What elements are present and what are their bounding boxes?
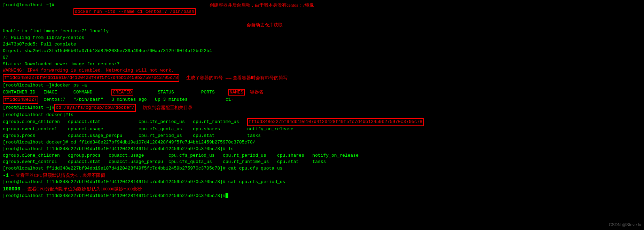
annotation-period: 查看CPU分配周期单位为微妙 默认为100000微妙=100毫秒: [28, 186, 142, 192]
ls2-row-1: cgroup.clone_children cgroup.procs cpuac…: [3, 153, 641, 159]
line-4: 2d473b07cdd5: Pull complete: [3, 41, 641, 48]
period-value: 100000: [3, 186, 20, 192]
arrow-23: ←: [11, 172, 14, 179]
cmd-10: docker ps -a: [54, 82, 87, 89]
ls-row-3: cgroup.procs cpuacct.usage_percpu cpu.rt…: [3, 133, 641, 139]
line-10: [root@localhost ~]# docker ps -a: [3, 82, 641, 89]
line-3: 7: Pulling from library/centos: [3, 35, 641, 41]
container-id-box: ff1dd348e227bf94db19e107d4120428f49f5fc7…: [3, 74, 179, 82]
annotation-line1: 创建容器并后台启动，由于我本身没有centos：7镜像: [210, 2, 314, 9]
line-8-warning: WARNING: IPv4 forwarding is disabled. Ne…: [3, 67, 641, 74]
annotation-id: 生成了容器的ID号: [186, 75, 223, 81]
line-2: Unable to find image 'centos:7' locally: [3, 28, 641, 35]
line-25: 100000 ← 查看CPU分配周期单位为微妙 默认为100000微妙=100毫…: [3, 186, 641, 192]
line-19: [root@localhost ff1dd348e227bf94db19e107…: [3, 146, 641, 153]
table-header: CONTAINER ID IMAGE COMMAND CREATED STATU…: [3, 89, 641, 96]
arrow-left: ←: [233, 96, 235, 103]
cmd-14: ls: [68, 112, 73, 118]
prompt-14: [root@localhost docker]#: [3, 112, 68, 118]
annotation-line1b: 会自动去仓库获取: [246, 22, 283, 28]
line-22: [root@localhost ff1dd348e227bf94db19e107…: [3, 165, 641, 172]
line-14: [root@localhost docker]# ls: [3, 112, 641, 118]
line-24: [root@localhost ff1dd348e227bf94db19e107…: [3, 179, 641, 186]
ls-row-2: cgroup.event_control cpuacct.usage cpu.c…: [3, 126, 641, 133]
quota-value: -1: [3, 172, 9, 179]
line-6: 07: [3, 55, 641, 61]
container-id-short-box: ff1dd348e227: [3, 96, 38, 104]
annotation-quota: 查看容器CPU限额默认情况为-1，表示不限额: [16, 172, 105, 179]
line-1-prompt: [root@localhost ~]#: [3, 2, 57, 9]
line-13: [root@localhost ~]# cd /sys/fs/cgroup/cp…: [3, 104, 641, 112]
terminal-container: [root@localhost ~]# docker run -itd --na…: [0, 0, 644, 201]
line-26: [root@localhost ff1dd348e227bf94db19e107…: [3, 193, 641, 199]
line-1-cmd: docker run -itd --name c1 centos:7 /bin/…: [57, 2, 196, 22]
line-7: Status: Downloaded newer image for cento…: [3, 61, 641, 68]
prompt-13: [root@localhost ~]#: [3, 105, 54, 111]
line-23: -1 ← 查看容器CPU限额默认情况为-1，表示不限额: [3, 172, 641, 179]
watermark: CSDN @Steve lu: [609, 222, 641, 227]
table-row-1: ff1dd348e227 centos:7 "/bin/bash" 3 minu…: [3, 96, 641, 104]
final-prompt: [root@localhost ff1dd348e227bf94db19e107…: [3, 193, 226, 199]
table-row-data: centos:7 "/bin/bash" 3 minutes ago Up 3 …: [38, 97, 231, 103]
ls-col1: cgroup.clone_children cpuacct.stat cpu.c…: [3, 119, 247, 125]
ls-container-id: ff1dd348e227bf94db19e107d4120428f49f5fc7…: [247, 118, 424, 126]
cmd-13-box: cd /sys/fs/cgroup/cpu/docker/: [54, 104, 136, 112]
line-5: Digest: sha256:c73f515d06b0fa07bb18d8202…: [3, 48, 641, 55]
annotation-cd: 切换到容器配置相关目录: [143, 105, 193, 111]
prompt-10: [root@localhost ~]#: [3, 82, 54, 89]
arrow-right: ——: [226, 75, 231, 82]
cursor: █: [226, 193, 228, 199]
ls-row-1: cgroup.clone_children cpuacct.stat cpu.c…: [3, 118, 641, 126]
ls2-row-2: cgroup.event_control cpuacct.stat cpuacc…: [3, 159, 641, 165]
arrow-25: ←: [22, 186, 25, 192]
annotation-id2: 查看容器时会有ID号的简写: [233, 75, 288, 81]
line-18: [root@localhost docker]# cd ff1dd348e227…: [3, 139, 641, 146]
